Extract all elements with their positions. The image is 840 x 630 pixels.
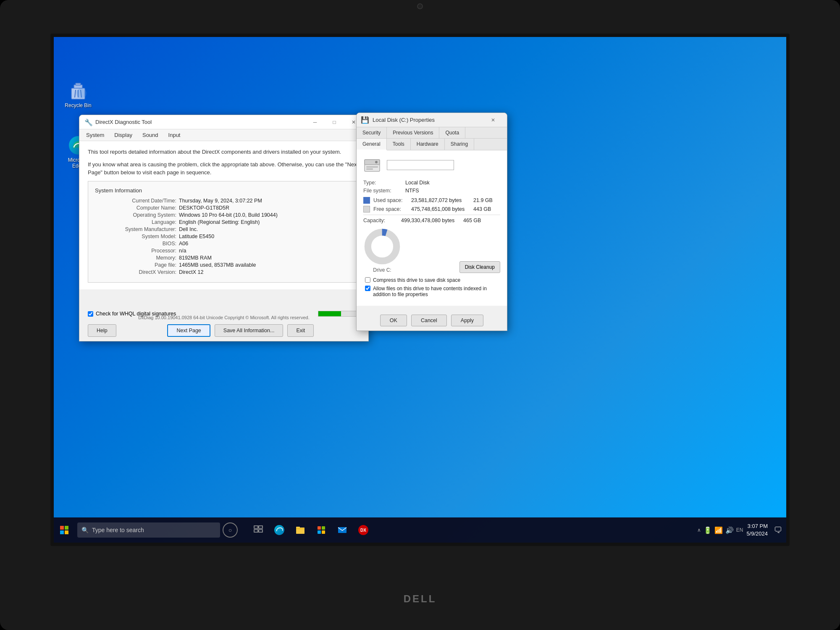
index-checkbox-input[interactable] [365,286,370,291]
dxtool-buttons: Help Next Page Save All Information... E… [79,324,368,337]
dxtool-saveall-button[interactable]: Save All Information... [215,324,284,337]
props-cap-label: Capacity: [363,218,401,223]
start-button[interactable] [54,517,75,543]
props-checkboxes: Compress this drive to save disk space A… [363,277,500,297]
props-drive-label-input[interactable] [387,160,454,170]
props-content: Type: Local Disk File system: NTFS Used … [357,150,507,306]
mail-icon [337,525,347,535]
tray-chevron[interactable]: ∧ [697,527,701,533]
dxtool-info-row: DirectX Version:DirectX 12 [95,269,353,275]
dxtool-nextpage-button[interactable]: Next Page [167,324,210,337]
svg-rect-12 [366,168,373,170]
taskbar-explorer-button[interactable] [291,517,310,543]
props-free-color [363,206,370,213]
props-tab-sharing[interactable]: Sharing [445,139,474,150]
directx-icon: DX [358,525,369,536]
taskbar-directx-button[interactable]: DX [354,517,373,543]
dxtool-info-row: Page file:1465MB used, 8537MB available [95,262,353,268]
props-fs-row: File system: NTFS [363,188,500,194]
props-used-label: Used space: [373,197,411,203]
props-compress-checkbox[interactable]: Compress this drive to save disk space [365,277,499,283]
props-close-button[interactable]: ✕ [483,113,503,127]
notification-icon[interactable]: 🗨 [774,525,782,535]
svg-rect-27 [318,526,321,530]
dxtool-menu-input[interactable]: Input [167,131,182,139]
cortana-button[interactable]: ○ [223,522,238,538]
tray-icons: ∧ 🔋 📶 🔊 EN [697,526,743,534]
dell-logo: DELL [404,593,437,605]
svg-rect-11 [366,166,378,168]
dxtool-menu-sound[interactable]: Sound [141,131,160,139]
props-drive-svg [363,156,381,174]
dxtool-section-title: System Information [95,187,353,194]
dxtool-menu-display[interactable]: Display [113,131,134,139]
props-free-gb: 443 GB [473,206,491,212]
taskbar-mail-button[interactable] [333,517,352,543]
tray-battery-icon: 🔋 [704,526,712,534]
svg-rect-25 [296,528,304,534]
explorer-icon [295,525,305,535]
svg-rect-20 [254,526,258,528]
compress-checkbox-input[interactable] [365,277,370,283]
dxtool-info-row: Operating System:Windows 10 Pro 64-bit (… [95,212,353,218]
props-tab-security[interactable]: Security [357,127,387,138]
dxtool-desc2: If you know what area is causing the pro… [88,160,360,177]
taskbar-tray: ∧ 🔋 📶 🔊 EN 3:07 PM 5/9/2024 🗨 [697,522,786,538]
donut-svg [363,228,401,265]
props-used-bytes: 23,581,827,072 bytes [411,197,470,203]
dxtool-help-button[interactable]: Help [88,324,116,337]
donut-area: Drive C: [363,228,401,273]
props-tab-hardware[interactable]: Hardware [411,139,445,150]
donut-container: Drive C: Disk Cleanup [363,228,500,273]
props-tab-general[interactable]: General [357,139,387,150]
props-footer: OK Cancel Apply [357,315,507,326]
props-tab-prev-versions[interactable]: Previous Versions [387,127,439,138]
tray-volume-icon: 🔊 [725,526,734,534]
dxtool-minimize-button[interactable]: ─ [305,115,325,129]
svg-rect-16 [60,526,64,530]
dxtool-copyright-area: DxDiag 10.00.19041.0928 64-bit Unicode C… [79,313,368,321]
props-fs-label: File system: [363,188,405,194]
dxtool-table: Current Date/Time:Thursday, May 9, 2024,… [95,198,353,275]
dxtool-title-text: DirectX Diagnostic Tool [95,119,305,125]
dxtool-exit-button[interactable]: Exit [287,324,314,337]
dxtool-desc1: This tool reports detailed information a… [88,148,360,156]
cortana-icon: ○ [228,527,232,533]
edge-taskbar-icon [274,525,285,536]
dxtool-titlebar[interactable]: 🔧 DirectX Diagnostic Tool ─ □ ✕ [79,115,368,129]
props-window: 💾 Local Disk (C:) Properties ✕ Security … [356,113,507,331]
props-window-controls: ✕ [483,113,503,127]
dxtool-right-buttons: Next Page Save All Information... Exit [121,324,360,337]
svg-rect-17 [65,526,68,530]
props-space-section: Used space: 23,581,827,072 bytes 21.9 GB… [363,197,500,223]
props-type-row: Type: Local Disk [363,180,500,186]
dxtool-menu-system[interactable]: System [84,131,106,139]
dxtool-info-row: Current Date/Time:Thursday, May 9, 2024,… [95,198,353,204]
svg-rect-18 [60,530,64,534]
props-index-checkbox[interactable]: Allow files on this drive to have conten… [365,286,499,297]
dxtool-copyright: DxDiag 10.00.19041.0928 64-bit Unicode C… [138,315,309,320]
dxtool-info-row: System Manufacturer:Dell Inc. [95,226,353,232]
svg-rect-26 [296,527,300,528]
dxtool-controls: ─ □ ✕ [305,115,363,129]
svg-rect-29 [318,530,321,534]
props-type-value: Local Disk [405,180,430,186]
taskbar-search-bar[interactable]: 🔍 Type here to search [77,522,220,538]
taskbar-edge-button[interactable] [270,517,289,543]
tray-wifi-icon: 📶 [714,526,723,534]
props-used-row: Used space: 23,581,827,072 bytes 21.9 GB [363,197,500,204]
tray-clock[interactable]: 3:07 PM 5/9/2024 [746,522,768,538]
props-apply-button[interactable]: Apply [451,315,483,326]
props-tab-quota[interactable]: Quota [439,127,465,138]
props-titlebar[interactable]: 💾 Local Disk (C:) Properties ✕ [357,113,507,127]
taskbar-taskview-button[interactable] [249,517,268,543]
disk-cleanup-button[interactable]: Disk Cleanup [459,261,500,273]
dxtool-maximize-button[interactable]: □ [325,115,344,129]
props-ok-button[interactable]: OK [380,315,407,326]
props-title-icon: 💾 [361,116,369,124]
dxtool-info-row: System Model:Latitude E5450 [95,234,353,239]
props-cancel-button[interactable]: Cancel [411,315,447,326]
props-tab-tools[interactable]: Tools [387,139,411,150]
taskbar-store-button[interactable] [312,517,331,543]
recycle-bin-icon[interactable]: Recycle Bin [61,79,95,110]
